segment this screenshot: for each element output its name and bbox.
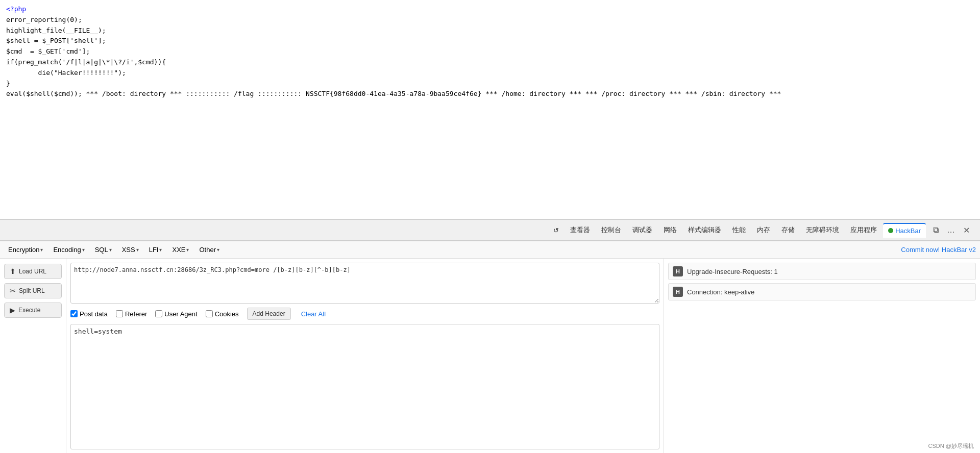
checkboxes-row: Post data Referer User Agent Cookies Add… — [70, 308, 659, 320]
chevron-down-icon: ▾ — [159, 247, 162, 253]
referer-checkbox-item[interactable]: Referer — [116, 310, 147, 318]
close-devtools-button[interactable]: ✕ — [961, 223, 972, 237]
menu-label: Encoding — [53, 246, 81, 254]
menu-label: XXE — [172, 246, 185, 254]
play-icon: ▶ — [10, 306, 15, 314]
code-line: <?php — [6, 4, 974, 15]
tab-label: 样式编辑器 — [688, 225, 721, 235]
tab-label: 查看器 — [570, 225, 590, 235]
tab-label: ↺ — [553, 226, 559, 234]
tab-label: 性能 — [732, 225, 746, 235]
execute-button[interactable]: ▶ Execute — [4, 303, 62, 318]
tab-label: 调试器 — [632, 225, 652, 235]
url-input[interactable] — [70, 263, 659, 304]
tab-label: 无障碍环境 — [806, 225, 839, 235]
code-line: highlight_file(__FILE__); — [6, 26, 974, 36]
referer-label: Referer — [125, 310, 147, 318]
cookies-label: Cookies — [215, 310, 239, 318]
post-data-label: Post data — [80, 310, 108, 318]
menu-label: SQL — [95, 246, 108, 254]
header-text: Upgrade-Insecure-Requests: 1 — [687, 268, 971, 275]
cookies-checkbox[interactable] — [206, 310, 213, 317]
add-header-label: Add Header — [253, 310, 285, 317]
code-line: } — [6, 79, 974, 89]
chevron-down-icon: ▾ — [40, 247, 43, 253]
devtools-tab-调试器[interactable]: 调试器 — [627, 222, 657, 238]
user-agent-checkbox[interactable] — [155, 310, 162, 317]
referer-checkbox[interactable] — [116, 310, 123, 317]
code-line: eval($shell($cmd)); *** /boot: directory… — [6, 89, 974, 99]
post-data-input[interactable] — [70, 324, 659, 449]
post-data-area — [70, 324, 659, 449]
hackbar-menu-sql[interactable]: SQL▾ — [91, 244, 116, 255]
devtools-tab-应用程序[interactable]: 应用程序 — [845, 222, 882, 238]
header-text: Connection: keep-alive — [687, 288, 971, 296]
hackbar-menu: Encryption▾Encoding▾SQL▾XSS▾LFI▾XXE▾Othe… — [0, 241, 980, 259]
footer-attribution: CSDN @妙尽瑶机 — [928, 442, 974, 450]
cookies-checkbox-item[interactable]: Cookies — [206, 310, 239, 318]
code-line: error_reporting(0); — [6, 15, 974, 26]
devtools-tab-存储[interactable]: 存储 — [776, 222, 800, 238]
user-agent-label: User Agent — [164, 310, 197, 318]
menu-label: Other — [199, 246, 216, 254]
chevron-down-icon: ▾ — [82, 247, 85, 253]
header-row: HUpgrade-Insecure-Requests: 1 — [668, 263, 976, 280]
devtools-actions: ⧉…✕ — [927, 223, 976, 237]
clear-all-button[interactable]: Clear All — [299, 308, 328, 320]
devtools-tab-性能[interactable]: 性能 — [727, 222, 751, 238]
chevron-down-icon: ▾ — [186, 247, 189, 253]
split-url-button[interactable]: ✂ Split URL — [4, 283, 62, 298]
devtools-tab-样式编辑器[interactable]: 样式编辑器 — [683, 222, 726, 238]
dock-button[interactable]: ⧉ — [931, 223, 941, 237]
header-row: HConnection: keep-alive — [668, 283, 976, 300]
hackbar-left: ⬆ Load URL ✂ Split URL ▶ Execute — [0, 259, 66, 453]
devtools-bar: ↺查看器控制台调试器网络样式编辑器性能内存存储无障碍环境应用程序HackBar … — [0, 219, 980, 241]
tab-label: 内存 — [757, 225, 770, 235]
menu-label: Encryption — [8, 246, 39, 254]
devtools-tab-hackbar[interactable]: HackBar — [883, 223, 926, 238]
hackbar-menu-lfi[interactable]: LFI▾ — [145, 244, 166, 255]
hackbar: Encryption▾Encoding▾SQL▾XSS▾LFI▾XXE▾Othe… — [0, 241, 980, 453]
chevron-down-icon: ▾ — [109, 247, 112, 253]
clear-all-label: Clear All — [301, 310, 326, 318]
upload-icon: ⬆ — [10, 267, 16, 275]
header-badge: H — [673, 287, 683, 297]
devtools-tab-网络[interactable]: 网络 — [658, 222, 682, 238]
code-line: $shell = $_POST['shell']; — [6, 36, 974, 46]
hackbar-body: ⬆ Load URL ✂ Split URL ▶ Execute Post da… — [0, 259, 980, 453]
hackbar-menu-encryption[interactable]: Encryption▾ — [4, 244, 47, 255]
post-data-checkbox-item[interactable]: Post data — [70, 310, 108, 318]
tab-label: 存储 — [781, 225, 795, 235]
split-url-label: Split URL — [19, 287, 45, 294]
devtools-tab-无障碍环境[interactable]: 无障碍环境 — [801, 222, 844, 238]
commit-now-label: Commit now! HackBar v2 — [901, 246, 976, 254]
hackbar-menu-encoding[interactable]: Encoding▾ — [49, 244, 88, 255]
code-line: if(preg_match('/f|l|a|g|\*|\?/i',$cmd)){ — [6, 57, 974, 68]
add-header-button[interactable]: Add Header — [247, 308, 291, 320]
devtools-tab-内存[interactable]: 内存 — [752, 222, 775, 238]
tab-label: 控制台 — [601, 225, 621, 235]
code-area: <?phperror_reporting(0);highlight_file(_… — [0, 0, 980, 219]
code-line: die("Hacker!!!!!!!!"); — [6, 68, 974, 79]
load-url-label: Load URL — [19, 268, 46, 275]
devtools-tab-查看器[interactable]: 查看器 — [565, 222, 595, 238]
hackbar-menu-other[interactable]: Other▾ — [195, 244, 224, 255]
devtools-tab-↺[interactable]: ↺ — [548, 223, 564, 237]
tab-label: 应用程序 — [850, 225, 877, 235]
tab-label: 网络 — [664, 225, 677, 235]
post-data-checkbox[interactable] — [70, 310, 78, 317]
devtools-tab-控制台[interactable]: 控制台 — [596, 222, 626, 238]
code-line: $cmd = $_GET['cmd']; — [6, 46, 974, 57]
header-badge: H — [673, 266, 683, 276]
hackbar-center: Post data Referer User Agent Cookies Add… — [66, 259, 664, 453]
user-agent-checkbox-item[interactable]: User Agent — [155, 310, 197, 318]
hackbar-menu-xss[interactable]: XSS▾ — [118, 244, 143, 255]
chevron-down-icon: ▾ — [136, 247, 139, 253]
hackbar-right: HUpgrade-Insecure-Requests: 1HConnection… — [664, 259, 980, 453]
green-dot-icon — [888, 228, 893, 233]
more-options-button[interactable]: … — [945, 223, 957, 237]
tab-label: HackBar — [895, 227, 921, 235]
load-url-button[interactable]: ⬆ Load URL — [4, 264, 62, 279]
menu-label: XSS — [122, 246, 135, 254]
hackbar-menu-xxe[interactable]: XXE▾ — [168, 244, 193, 255]
